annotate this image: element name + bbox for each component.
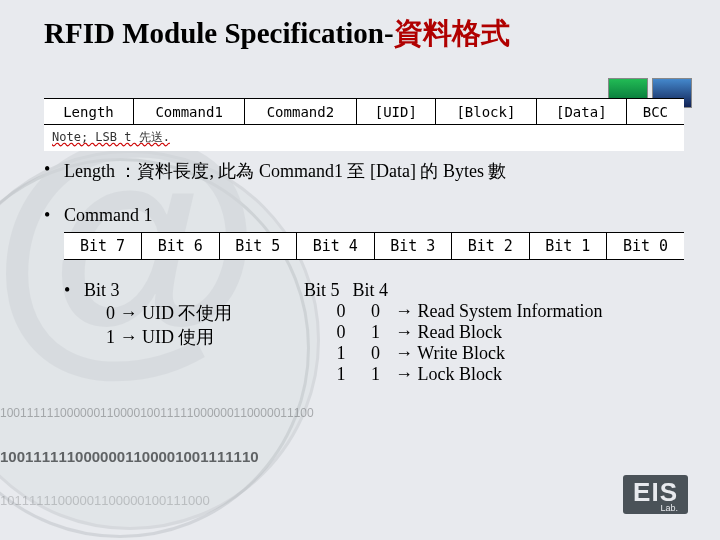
- binary-line-2: 1001111110000001100001001111110: [0, 449, 314, 465]
- arrow-icon: →: [395, 364, 413, 384]
- binary-line-3: 10111111000001100000100111000: [0, 494, 314, 508]
- packet-fields-row: Length Command1 Command2 [UID] [Block] […: [44, 99, 684, 125]
- arrow-icon: →: [120, 303, 138, 323]
- field-block: [Block]: [436, 99, 537, 125]
- bit2: Bit 2: [452, 232, 530, 259]
- field-length: Length: [44, 99, 133, 125]
- bit54-row-0: 0 0 → Read System Information: [304, 301, 684, 322]
- bit5: Bit 5: [219, 232, 297, 259]
- bit3-t0: UID 不使用: [142, 303, 233, 323]
- r1-b5: 0: [326, 322, 356, 343]
- bullet-length: Length ：資料長度, 此為 Command1 至 [Data] 的 Byt…: [44, 159, 684, 183]
- slide-title: RFID Module Specification-資料格式: [44, 14, 684, 54]
- bit1: Bit 1: [529, 232, 607, 259]
- bit7: Bit 7: [64, 232, 142, 259]
- command1-bits-table: Bit 7 Bit 6 Bit 5 Bit 4 Bit 3 Bit 2 Bit …: [64, 232, 684, 260]
- bit3-v0: 0: [106, 303, 115, 323]
- bit6: Bit 6: [142, 232, 220, 259]
- bit3-v1: 1: [106, 327, 115, 347]
- binary-decoration: 1001111110000001100001001111100000011000…: [0, 377, 314, 522]
- field-bcc: BCC: [626, 99, 684, 125]
- binary-line-1: 1001111110000001100001001111100000011000…: [0, 407, 314, 420]
- bit54-header: Bit 5 Bit 4: [304, 280, 684, 301]
- bullet-command1: Command 1: [44, 205, 684, 226]
- bit54-row-2: 1 0 → Write Block: [304, 343, 684, 364]
- r1-text: Read Block: [418, 322, 502, 342]
- field-uid: [UID]: [356, 99, 435, 125]
- arrow-icon: →: [395, 322, 413, 342]
- bit4-h: Bit 4: [353, 280, 389, 300]
- r1-b4: 1: [361, 322, 391, 343]
- packet-format-table: Length Command1 Command2 [UID] [Block] […: [44, 98, 684, 151]
- bit3: Bit 3: [374, 232, 452, 259]
- bit-spec-row: Bit 3 0 → UID 不使用 1 → UID 使用 Bit 5 Bit 4…: [64, 280, 684, 385]
- bit54-column: Bit 5 Bit 4 0 0 → Read System Informatio…: [304, 280, 684, 385]
- bit3-t1: UID 使用: [142, 327, 215, 347]
- bit54-row-3: 1 1 → Lock Block: [304, 364, 684, 385]
- r3-b4: 1: [361, 364, 391, 385]
- bit5-h: Bit 5: [304, 280, 348, 301]
- field-command1: Command1: [133, 99, 244, 125]
- bit4: Bit 4: [297, 232, 375, 259]
- bit3-line-1: 1 → UID 使用: [84, 325, 304, 349]
- bit0: Bit 0: [607, 232, 685, 259]
- packet-note: Note; LSB t 先送.: [52, 130, 170, 144]
- title-black: RFID Module Specification-: [44, 17, 394, 49]
- bit3-title: Bit 3: [84, 280, 304, 301]
- slide-content: RFID Module Specification-資料格式 Length Co…: [0, 0, 720, 385]
- arrow-icon: →: [395, 343, 413, 363]
- bit3-line-0: 0 → UID 不使用: [84, 301, 304, 325]
- note-row: Note; LSB t 先送.: [44, 125, 684, 151]
- field-data: [Data]: [536, 99, 626, 125]
- bit54-row-1: 0 1 → Read Block: [304, 322, 684, 343]
- bit3-column: Bit 3 0 → UID 不使用 1 → UID 使用: [84, 280, 304, 385]
- r3-text: Lock Block: [418, 364, 502, 384]
- r0-b5: 0: [326, 301, 356, 322]
- title-red: 資料格式: [394, 17, 510, 49]
- arrow-icon: →: [120, 327, 138, 347]
- r3-b5: 1: [326, 364, 356, 385]
- r2-b4: 0: [361, 343, 391, 364]
- arrow-icon: →: [395, 301, 413, 321]
- r2-b5: 1: [326, 343, 356, 364]
- eis-logo: EIS Lab.: [623, 475, 688, 514]
- r2-text: Write Block: [417, 343, 505, 363]
- field-command2: Command2: [245, 99, 356, 125]
- r0-text: Read System Information: [418, 301, 603, 321]
- bits-header-row: Bit 7 Bit 6 Bit 5 Bit 4 Bit 3 Bit 2 Bit …: [64, 232, 684, 259]
- r0-b4: 0: [361, 301, 391, 322]
